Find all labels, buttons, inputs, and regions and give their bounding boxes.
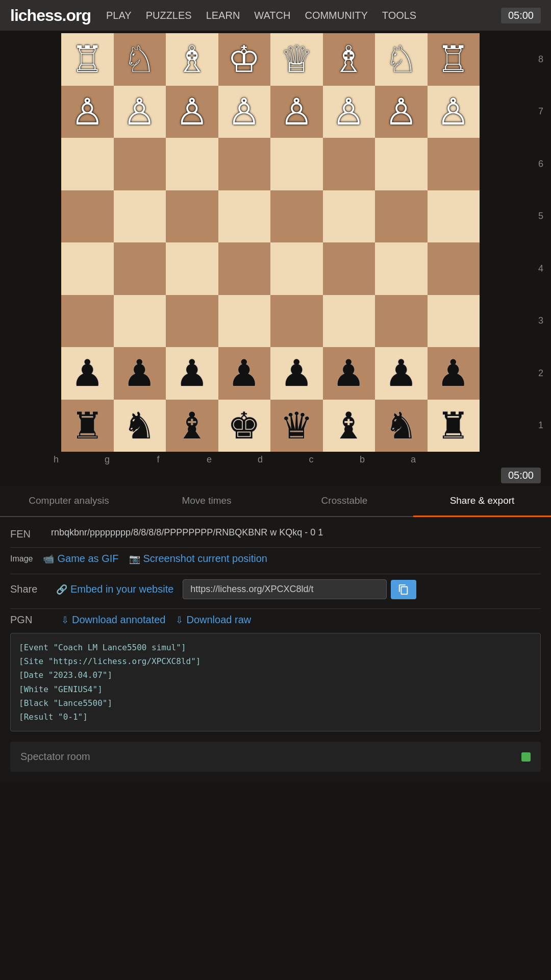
piece-wb-r0-c5[interactable]: ♗ (332, 41, 365, 78)
board-square-r3-c0[interactable] (61, 190, 114, 243)
board-square-r3-c3[interactable] (218, 190, 271, 243)
piece-wp-r1-c2[interactable]: ♙ (176, 93, 209, 130)
piece-wp-r1-c7[interactable]: ♙ (437, 93, 470, 130)
download-raw-link[interactable]: ⇩ Download raw (176, 614, 251, 626)
board-square-r0-c4[interactable]: ♕ (270, 33, 323, 86)
board-square-r3-c4[interactable] (270, 190, 323, 243)
board-square-r7-c6[interactable]: ♞ (375, 400, 428, 452)
tab-share-export[interactable]: Share & export (413, 486, 551, 517)
board-square-r1-c7[interactable]: ♙ (428, 86, 480, 138)
piece-wp-r1-c1[interactable]: ♙ (123, 93, 156, 130)
board-square-r7-c5[interactable]: ♝ (323, 400, 375, 452)
board-square-r7-c3[interactable]: ♚ (218, 400, 271, 452)
piece-wn-r0-c6[interactable]: ♘ (385, 41, 418, 78)
board-square-r2-c2[interactable] (166, 138, 218, 190)
board-square-r5-c0[interactable] (61, 295, 114, 348)
board-square-r3-c7[interactable] (428, 190, 480, 243)
board-square-r1-c5[interactable]: ♙ (323, 86, 375, 138)
board-square-r6-c3[interactable]: ♟ (218, 347, 271, 400)
tab-computer-analysis[interactable]: Computer analysis (0, 486, 138, 517)
piece-bq-r7-c4[interactable]: ♛ (280, 407, 313, 444)
nav-tools[interactable]: TOOLS (382, 10, 416, 21)
board-square-r6-c4[interactable]: ♟ (270, 347, 323, 400)
board-square-r1-c2[interactable]: ♙ (166, 86, 218, 138)
board-square-r4-c1[interactable] (114, 242, 166, 295)
board-square-r0-c6[interactable]: ♘ (375, 33, 428, 86)
piece-wb-r0-c2[interactable]: ♗ (176, 41, 209, 78)
board-square-r2-c3[interactable] (218, 138, 271, 190)
piece-bp-r6-c6[interactable]: ♟ (385, 355, 418, 391)
nav-learn[interactable]: LEARN (206, 10, 240, 21)
board-square-r7-c0[interactable]: ♜ (61, 400, 114, 452)
piece-bp-r6-c7[interactable]: ♟ (437, 355, 470, 391)
game-as-gif-link[interactable]: 📹 Game as GIF (43, 553, 118, 565)
board-square-r5-c5[interactable] (323, 295, 375, 348)
board-square-r3-c1[interactable] (114, 190, 166, 243)
board-square-r4-c3[interactable] (218, 242, 271, 295)
board-square-r7-c2[interactable]: ♝ (166, 400, 218, 452)
tab-move-times[interactable]: Move times (138, 486, 276, 517)
board-square-r6-c7[interactable]: ♟ (428, 347, 480, 400)
piece-wp-r1-c3[interactable]: ♙ (228, 93, 261, 130)
piece-bp-r6-c4[interactable]: ♟ (280, 355, 313, 391)
piece-wq-r0-c4[interactable]: ♕ (280, 41, 313, 78)
board-square-r4-c2[interactable] (166, 242, 218, 295)
board-square-r3-c6[interactable] (375, 190, 428, 243)
board-square-r5-c3[interactable] (218, 295, 271, 348)
board-square-r6-c2[interactable]: ♟ (166, 347, 218, 400)
piece-bb-r7-c2[interactable]: ♝ (176, 407, 209, 444)
board-square-r1-c1[interactable]: ♙ (114, 86, 166, 138)
board-square-r7-c7[interactable]: ♜ (428, 400, 480, 452)
board-square-r4-c6[interactable] (375, 242, 428, 295)
board-square-r5-c7[interactable] (428, 295, 480, 348)
screenshot-link[interactable]: 📷 Screenshot current position (129, 553, 267, 565)
share-url-input[interactable] (183, 579, 387, 599)
pgn-content[interactable]: [Event "Coach LM Lance5500 simul"] [Site… (10, 633, 541, 731)
board-square-r3-c5[interactable] (323, 190, 375, 243)
piece-br-r7-c7[interactable]: ♜ (437, 407, 470, 444)
piece-wp-r1-c0[interactable]: ♙ (71, 93, 104, 130)
piece-bp-r6-c0[interactable]: ♟ (71, 355, 104, 391)
site-logo[interactable]: lichess.org (10, 6, 91, 25)
board-square-r6-c5[interactable]: ♟ (323, 347, 375, 400)
board-square-r5-c1[interactable] (114, 295, 166, 348)
board-square-r6-c1[interactable]: ♟ (114, 347, 166, 400)
board-square-r0-c2[interactable]: ♗ (166, 33, 218, 86)
nav-puzzles[interactable]: PUZZLES (146, 10, 192, 21)
piece-bp-r6-c5[interactable]: ♟ (332, 355, 365, 391)
board-square-r5-c2[interactable] (166, 295, 218, 348)
board-square-r2-c5[interactable] (323, 138, 375, 190)
nav-watch[interactable]: WATCH (254, 10, 290, 21)
board-square-r0-c0[interactable]: ♖ (61, 33, 114, 86)
piece-wr-r0-c0[interactable]: ♖ (71, 41, 104, 78)
board-square-r2-c0[interactable] (61, 138, 114, 190)
board-square-r7-c4[interactable]: ♛ (270, 400, 323, 452)
board-square-r0-c1[interactable]: ♘ (114, 33, 166, 86)
board-square-r7-c1[interactable]: ♞ (114, 400, 166, 452)
board-square-r0-c7[interactable]: ♖ (428, 33, 480, 86)
piece-wk-r0-c3[interactable]: ♔ (228, 41, 261, 78)
board-square-r0-c5[interactable]: ♗ (323, 33, 375, 86)
board-square-r6-c0[interactable]: ♟ (61, 347, 114, 400)
board-square-r5-c4[interactable] (270, 295, 323, 348)
embed-link[interactable]: 🔗 Embed in your website (56, 583, 173, 595)
board-square-r1-c4[interactable]: ♙ (270, 86, 323, 138)
board-square-r4-c7[interactable] (428, 242, 480, 295)
piece-br-r7-c0[interactable]: ♜ (71, 407, 104, 444)
board-square-r2-c1[interactable] (114, 138, 166, 190)
board-square-r2-c7[interactable] (428, 138, 480, 190)
board-square-r4-c0[interactable] (61, 242, 114, 295)
board-square-r1-c3[interactable]: ♙ (218, 86, 271, 138)
board-square-r4-c5[interactable] (323, 242, 375, 295)
piece-bk-r7-c3[interactable]: ♚ (228, 407, 261, 444)
piece-wr-r0-c7[interactable]: ♖ (437, 41, 470, 78)
copy-url-button[interactable] (391, 580, 416, 599)
board-square-r6-c6[interactable]: ♟ (375, 347, 428, 400)
download-annotated-link[interactable]: ⇩ Download annotated (61, 614, 165, 626)
piece-bp-r6-c1[interactable]: ♟ (123, 355, 156, 391)
piece-wn-r0-c1[interactable]: ♘ (123, 41, 156, 78)
board-square-r2-c6[interactable] (375, 138, 428, 190)
board-square-r4-c4[interactable] (270, 242, 323, 295)
piece-bn-r7-c6[interactable]: ♞ (385, 407, 418, 444)
piece-wp-r1-c5[interactable]: ♙ (332, 93, 365, 130)
